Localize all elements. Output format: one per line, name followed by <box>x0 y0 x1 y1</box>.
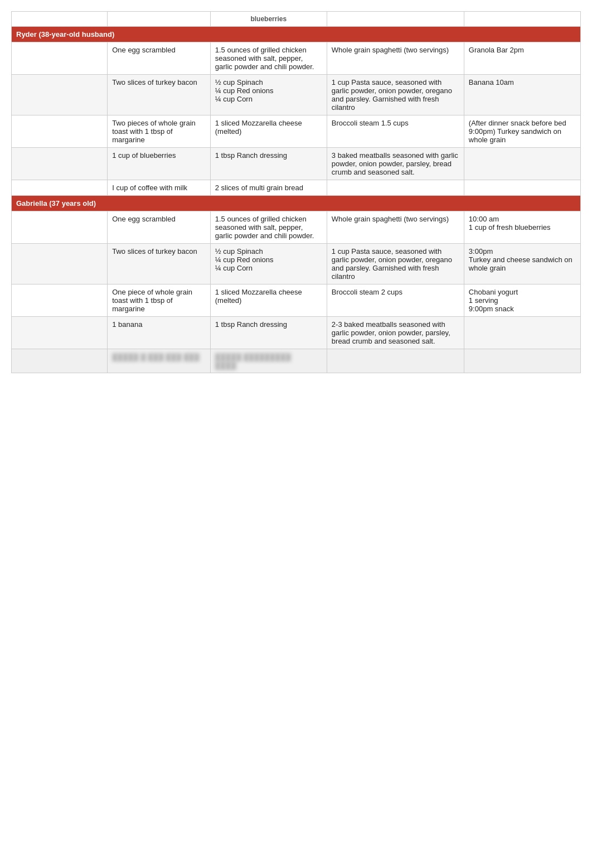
gabriella-dinner-2: 1 cup Pasta sauce, seasoned with garlic … <box>327 244 464 284</box>
gabriella-lunch-1: 1.5 ounces of grilled chicken seasoned w… <box>210 211 327 244</box>
gabriella-row-3: One piece of whole grain toast with 1 tb… <box>12 284 581 317</box>
ryder-lunch-2: ½ cup Spinach ¼ cup Red onions ¼ cup Cor… <box>210 75 327 115</box>
ryder-person-cell-1 <box>12 42 108 75</box>
gabriella-breakfast-5: ▓▓▓▓▓ ▓ ▓▓▓ ▓▓▓ ▓▓▓ <box>108 349 211 373</box>
ryder-dinner-5 <box>327 180 464 196</box>
col-header-lunch: blueberries <box>210 12 327 27</box>
ryder-snack-3: (After dinner snack before bed 9:00pm) T… <box>464 115 580 148</box>
ryder-person-cell-5 <box>12 180 108 196</box>
ryder-lunch-1: 1.5 ounces of grilled chicken seasoned w… <box>210 42 327 75</box>
ryder-section-header: Ryder (38-year-old husband) <box>12 27 581 42</box>
gabriella-lunch-3: 1 sliced Mozzarella cheese (melted) <box>210 284 327 317</box>
ryder-breakfast-3: Two pieces of whole grain toast with 1 t… <box>108 115 211 148</box>
ryder-dinner-2: 1 cup Pasta sauce, seasoned with garlic … <box>327 75 464 115</box>
gabriella-snack-5 <box>464 349 580 373</box>
gabriella-snack-4 <box>464 317 580 349</box>
gabriella-snack-2: 3:00pm Turkey and cheese sandwich on who… <box>464 244 580 284</box>
gabriella-dinner-4: 2-3 baked meatballs seasoned with garlic… <box>327 317 464 349</box>
ryder-breakfast-2: Two slices of turkey bacon <box>108 75 211 115</box>
gabriella-lunch-4: 1 tbsp Ranch dressing <box>210 317 327 349</box>
ryder-breakfast-5: I cup of coffee with milk <box>108 180 211 196</box>
gabriella-snack-3: Chobani yogurt 1 serving 9:00pm snack <box>464 284 580 317</box>
ryder-lunch-4: 1 tbsp Ranch dressing <box>210 148 327 180</box>
ryder-person-cell-2 <box>12 75 108 115</box>
gabriella-breakfast-4: 1 banana <box>108 317 211 349</box>
partial-header-row: blueberries <box>12 12 581 27</box>
ryder-breakfast-4: 1 cup of blueberries <box>108 148 211 180</box>
gabriella-label: Gabriella (37 years old) <box>16 199 96 208</box>
gabriella-person-cell-2 <box>12 244 108 284</box>
gabriella-person-cell-5 <box>12 349 108 373</box>
col-header-breakfast <box>108 12 211 27</box>
gabriella-section-header: Gabriella (37 years old) <box>12 196 581 211</box>
ryder-row-1: One egg scrambled 1.5 ounces of grilled … <box>12 42 581 75</box>
ryder-row-2: Two slices of turkey bacon ½ cup Spinach… <box>12 75 581 115</box>
gabriella-breakfast-2: Two slices of turkey bacon <box>108 244 211 284</box>
ryder-lunch-5: 2 slices of multi grain bread <box>210 180 327 196</box>
gabriella-dinner-1: Whole grain spaghetti (two servings) <box>327 211 464 244</box>
gabriella-lunch-5: ▓▓▓▓▓ ▓▓▓▓▓▓▓▓▓ ▓▓▓▓ <box>210 349 327 373</box>
meal-plan-table: blueberries Ryder (38-year-old husband) … <box>11 11 581 373</box>
ryder-dinner-1: Whole grain spaghetti (two servings) <box>327 42 464 75</box>
gabriella-snack-1: 10:00 am 1 cup of fresh blueberries <box>464 211 580 244</box>
ryder-person-cell-4 <box>12 148 108 180</box>
gabriella-dinner-3: Broccoli steam 2 cups <box>327 284 464 317</box>
gabriella-person-cell-4 <box>12 317 108 349</box>
ryder-lunch-3: 1 sliced Mozzarella cheese (melted) <box>210 115 327 148</box>
ryder-snack-2: Banana 10am <box>464 75 580 115</box>
blurred-text-3: ▓▓▓▓ <box>215 361 236 369</box>
ryder-row-4: 1 cup of blueberries 1 tbsp Ranch dressi… <box>12 148 581 180</box>
gabriella-person-cell-1 <box>12 211 108 244</box>
gabriella-row-5-blurred: ▓▓▓▓▓ ▓ ▓▓▓ ▓▓▓ ▓▓▓ ▓▓▓▓▓ ▓▓▓▓▓▓▓▓▓ ▓▓▓▓ <box>12 349 581 373</box>
gabriella-row-1: One egg scrambled 1.5 ounces of grilled … <box>12 211 581 244</box>
ryder-breakfast-1: One egg scrambled <box>108 42 211 75</box>
col-header-snack <box>464 12 580 27</box>
gabriella-person-cell-3 <box>12 284 108 317</box>
ryder-snack-1: Granola Bar 2pm <box>464 42 580 75</box>
ryder-snack-5 <box>464 180 580 196</box>
ryder-dinner-4: 3 baked meatballs seasoned with garlic p… <box>327 148 464 180</box>
ryder-header-row: Ryder (38-year-old husband) <box>12 27 581 42</box>
gabriella-lunch-2: ½ cup Spinach ¼ cup Red onions ¼ cup Cor… <box>210 244 327 284</box>
ryder-snack-4 <box>464 148 580 180</box>
gabriella-row-4: 1 banana 1 tbsp Ranch dressing 2-3 baked… <box>12 317 581 349</box>
gabriella-header-row: Gabriella (37 years old) <box>12 196 581 211</box>
gabriella-dinner-5 <box>327 349 464 373</box>
col-header-dinner <box>327 12 464 27</box>
gabriella-breakfast-3: One piece of whole grain toast with 1 tb… <box>108 284 211 317</box>
ryder-dinner-3: Broccoli steam 1.5 cups <box>327 115 464 148</box>
ryder-person-cell-3 <box>12 115 108 148</box>
col-header-person <box>12 12 108 27</box>
blurred-text-1: ▓▓▓▓▓ ▓ ▓▓▓ ▓▓▓ ▓▓▓ <box>112 353 200 361</box>
ryder-row-3: Two pieces of whole grain toast with 1 t… <box>12 115 581 148</box>
blurred-text-2: ▓▓▓▓▓ ▓▓▓▓▓▓▓▓▓ <box>215 353 291 361</box>
gabriella-breakfast-1: One egg scrambled <box>108 211 211 244</box>
ryder-label: Ryder (38-year-old husband) <box>16 30 114 38</box>
partial-header-text: blueberries <box>250 15 287 23</box>
ryder-row-5: I cup of coffee with milk 2 slices of mu… <box>12 180 581 196</box>
gabriella-row-2: Two slices of turkey bacon ½ cup Spinach… <box>12 244 581 284</box>
